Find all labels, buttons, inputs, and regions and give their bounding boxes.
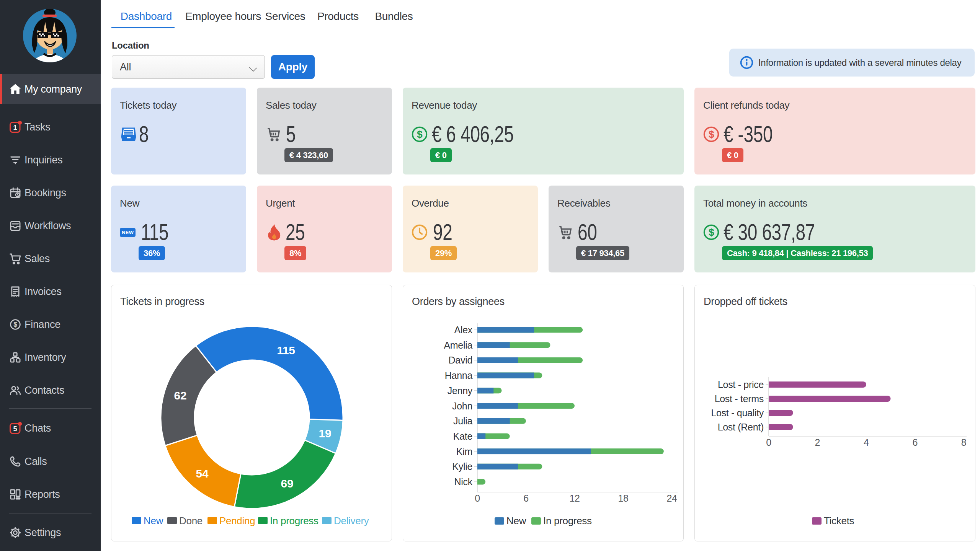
svg-text:62: 62: [174, 389, 187, 402]
svg-text:In progress: In progress: [270, 515, 318, 527]
svg-text:24: 24: [666, 493, 677, 504]
svg-text:Lost - terms: Lost - terms: [715, 393, 764, 404]
svg-text:Pending: Pending: [219, 515, 255, 527]
svg-text:115: 115: [277, 344, 295, 357]
svg-text:Nick: Nick: [454, 476, 473, 487]
svg-text:Kate: Kate: [453, 431, 472, 442]
svg-text:12: 12: [569, 493, 580, 504]
svg-text:Kylie: Kylie: [452, 461, 472, 472]
svg-text:Alex: Alex: [454, 324, 473, 335]
svg-text:Kim: Kim: [456, 446, 472, 457]
svg-text:Delivery: Delivery: [334, 515, 369, 527]
svg-text:Amelia: Amelia: [444, 340, 472, 350]
svg-text:Tickets: Tickets: [824, 515, 854, 527]
svg-text:John: John: [452, 401, 472, 411]
svg-text:Lost (Rent): Lost (Rent): [718, 422, 764, 432]
svg-text:0: 0: [766, 437, 771, 448]
svg-text:Lost - quality: Lost - quality: [711, 408, 764, 418]
svg-text:David: David: [449, 355, 472, 365]
svg-text:2: 2: [815, 437, 820, 448]
svg-text:1: 1: [13, 124, 17, 132]
svg-text:Jenny: Jenny: [448, 385, 473, 396]
svg-text:69: 69: [281, 477, 294, 490]
svg-text:In progress: In progress: [543, 515, 592, 527]
svg-text:Hanna: Hanna: [445, 370, 473, 381]
svg-text:$: $: [709, 227, 714, 238]
svg-text:$: $: [709, 129, 714, 140]
svg-text:Lost - price: Lost - price: [718, 379, 764, 390]
svg-text:8: 8: [961, 437, 967, 448]
svg-text:6: 6: [912, 437, 918, 448]
svg-text:Julia: Julia: [453, 416, 472, 426]
svg-text:54: 54: [196, 467, 209, 480]
svg-text:19: 19: [319, 427, 332, 440]
svg-text:New: New: [144, 515, 163, 527]
svg-text:0: 0: [475, 493, 480, 504]
svg-text:Done: Done: [179, 515, 203, 527]
svg-text:18: 18: [618, 493, 628, 504]
svg-text:6: 6: [523, 493, 529, 504]
svg-text:$: $: [13, 321, 17, 328]
svg-text:New: New: [506, 515, 526, 527]
svg-text:$: $: [417, 129, 423, 140]
svg-text:4: 4: [864, 437, 869, 448]
svg-text:5: 5: [13, 425, 17, 433]
